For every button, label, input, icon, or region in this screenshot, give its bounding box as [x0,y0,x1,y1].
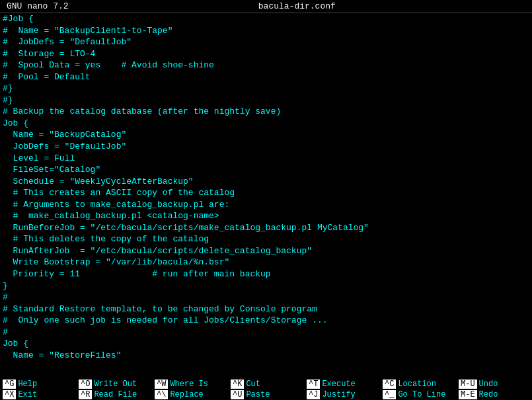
shortcut-key: ^U [231,390,244,399]
shortcut-item[interactable]: ^KCut [228,379,304,389]
shortcut-item[interactable]: ^\Replace [152,389,228,400]
filename: bacula-dir.conf [69,1,525,11]
editor-line: Level = Full [3,153,529,165]
editor-line: # This creates an ASCII copy of the cata… [3,187,529,199]
editor-line: RunAfterJob = "/etc/bacula/scripts/delet… [3,245,529,257]
shortcut-label: Where Is [170,380,208,389]
shortcut-item[interactable]: ^RRead File [76,389,152,400]
shortcut-item[interactable]: ^CLocation [380,379,456,389]
shortcut-key: ^T [307,380,320,389]
shortcut-label: Go To Line [398,390,445,399]
shortcut-label: Read File [94,390,137,399]
editor-line: # Spool Data = yes # Avoid shoe-shine [3,60,529,71]
shortcut-label: Execute [322,380,355,389]
editor-line: Priority = 11 # run after main backup [3,268,529,280]
editor-line: #} [3,95,529,106]
shortcut-item[interactable]: M-UUndo [456,379,532,389]
editor-line: #} [3,83,529,95]
editor-line: Name = "BackupCatalog" [3,129,529,141]
editor-line: # JobDefs = "DefaultJob" [3,36,529,48]
shortcut-key: ^R [79,390,92,399]
shortcut-item[interactable]: ^OWrite Out [76,379,152,389]
shortcut-label: Justify [322,390,355,399]
shortcut-key: ^J [307,390,320,399]
shortcut-key: ^O [79,380,92,389]
shortcut-item[interactable]: ^GHelp [0,379,76,389]
editor-line: # [3,327,529,339]
shortcut-item[interactable]: ^XExit [0,389,76,400]
shortcut-key: ^W [155,380,168,389]
editor-line: # [3,292,529,303]
shortcut-item[interactable]: M-ERedo [456,389,532,400]
editor-line: # Storage = LTO-4 [3,48,529,60]
editor-line: JobDefs = "DefaultJob" [3,141,529,153]
shortcut-item[interactable]: ^WWhere Is [152,379,228,389]
app-name: GNU nano 7.2 [7,1,69,11]
shortcut-key: ^C [383,380,396,389]
bottom-bar: ^GHelp^OWrite Out^WWhere Is^KCut^TExecut… [0,379,532,400]
editor-line: Name = "RestoreFiles" [3,350,529,362]
editor-line: # make_catalog_backup.pl <catalog-name> [3,210,529,222]
shortcut-label: Undo [479,380,498,389]
shortcut-key: ^G [3,380,16,389]
shortcut-key: M-U [459,380,477,389]
shortcut-label: Write Out [94,380,137,389]
shortcut-item[interactable]: ^JJustify [304,389,380,400]
shortcut-label: Location [398,380,436,389]
shortcut-item[interactable]: ^TExecute [304,379,380,389]
shortcut-label: Redo [479,390,498,399]
editor-line: # Only one such job is needed for all Jo… [3,315,529,327]
editor-line: Job { [3,118,529,130]
shortcut-label: Cut [246,380,260,389]
shortcut-item[interactable]: ^_Go To Line [380,389,456,400]
shortcut-label: Help [18,380,37,389]
editor-line: RunBeforeJob = "/etc/bacula/scripts/make… [3,222,529,234]
shortcut-key: M-E [459,390,477,399]
editor-line: Write Bootstrap = "/var/lib/bacula/%n.bs… [3,257,529,268]
shortcut-label: Exit [18,390,37,399]
editor-line: Job { [3,338,529,350]
shortcut-row-1: ^GHelp^OWrite Out^WWhere Is^KCut^TExecut… [0,379,532,389]
editor-line: FileSet="Catalog" [3,164,529,176]
shortcut-key: ^\ [155,390,168,399]
shortcut-row-2: ^XExit^RRead File^\Replace^UPaste^JJusti… [0,389,532,400]
editor-line: # Backup the catalog database (after the… [3,106,529,118]
shortcut-label: Paste [246,390,270,399]
editor-line: } [3,280,529,292]
editor-line: # Name = "BackupClient1-to-Tape" [3,25,529,37]
shortcut-key: ^K [231,380,244,389]
shortcut-key: ^_ [383,390,396,399]
editor-area[interactable]: #Job {# Name = "BackupClient1-to-Tape"# … [0,13,532,370]
editor-line: #Job { [3,13,529,25]
editor-line: # This deletes the copy of the catalog [3,233,529,245]
shortcut-label: Replace [170,390,203,399]
editor-line: # Arguments to make_catalog_backup.pl ar… [3,199,529,211]
editor-line: # Standard Restore template, to be chang… [3,303,529,315]
title-bar: GNU nano 7.2 bacula-dir.conf [0,0,532,13]
shortcut-key: ^X [3,390,16,399]
editor-line: Schedule = "WeeklyCycleAfterBackup" [3,176,529,188]
editor-line: # Pool = Default [3,71,529,83]
shortcut-item[interactable]: ^UPaste [228,389,304,400]
